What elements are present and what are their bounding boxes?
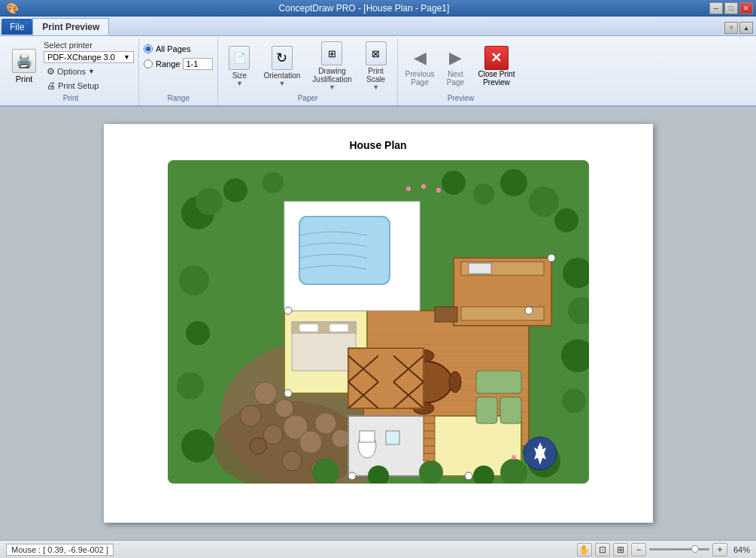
size-label: Size bbox=[232, 71, 247, 80]
close-print-label: Close PrintPreview bbox=[478, 70, 515, 86]
zoom-track bbox=[649, 548, 709, 550]
svg-point-85 bbox=[436, 188, 441, 193]
status-bar: Mouse : [ 0.39, -6.9e-002 ] ✋ ⊡ ⊞ − + 64… bbox=[0, 540, 756, 558]
drawing-just-dropdown-icon: ▼ bbox=[329, 83, 335, 91]
drawing-just-button[interactable]: ⊞ DrawingJustification ▼ bbox=[308, 40, 356, 92]
ribbon-group-preview: ◀ PreviousPage ▶ NextPage ✕ Close PrintP… bbox=[398, 38, 524, 105]
svg-rect-49 bbox=[299, 324, 318, 332]
pan-tool-button[interactable]: ✋ bbox=[577, 543, 592, 556]
range-radio[interactable] bbox=[144, 59, 153, 68]
svg-point-10 bbox=[315, 413, 336, 434]
range-input[interactable] bbox=[183, 58, 213, 70]
svg-point-68 bbox=[554, 208, 578, 232]
select-printer-label: Select printer bbox=[44, 41, 134, 50]
print-icon: 🖨️ bbox=[12, 49, 36, 73]
options-label: Options bbox=[57, 67, 86, 76]
orientation-dropdown-icon: ▼ bbox=[278, 80, 285, 87]
print-setup-label: Print Setup bbox=[58, 81, 99, 90]
print-setup-icon: 🖨 bbox=[47, 80, 56, 91]
orientation-icon: ↻ bbox=[272, 46, 293, 70]
printer-dropdown[interactable]: PDF-XChange 3.0 ▼ bbox=[44, 51, 134, 63]
printer-name: PDF-XChange 3.0 bbox=[47, 53, 115, 62]
print-scale-button[interactable]: ⊠ PrintScale ▼ bbox=[360, 40, 393, 92]
svg-point-7 bbox=[263, 425, 283, 444]
print-btn-label: Print bbox=[16, 74, 33, 83]
svg-point-80 bbox=[177, 372, 204, 399]
help-button[interactable]: ? bbox=[724, 22, 738, 34]
svg-point-65 bbox=[473, 183, 494, 205]
maximize-button[interactable]: □ bbox=[724, 2, 738, 14]
svg-point-94 bbox=[548, 254, 555, 262]
svg-point-82 bbox=[179, 265, 209, 296]
close-print-icon: ✕ bbox=[484, 46, 509, 70]
tab-print-preview[interactable]: Print Preview bbox=[32, 18, 109, 35]
print-group-content: 🖨️ Print Select printer PDF-XChange 3.0 … bbox=[8, 40, 134, 92]
next-page-button[interactable]: ▶ NextPage bbox=[439, 44, 472, 88]
svg-point-67 bbox=[529, 187, 559, 217]
all-pages-radio[interactable] bbox=[144, 44, 153, 53]
status-left: Mouse : [ 0.39, -6.9e-002 ] bbox=[6, 544, 114, 556]
previous-page-button[interactable]: ◀ PreviousPage bbox=[402, 44, 438, 88]
zoom-fit-button[interactable]: ⊡ bbox=[595, 543, 610, 556]
svg-point-8 bbox=[299, 431, 322, 453]
svg-point-88 bbox=[512, 455, 516, 459]
prev-page-label: PreviousPage bbox=[405, 70, 435, 86]
svg-point-83 bbox=[406, 187, 411, 191]
drawing-just-icon: ⊞ bbox=[321, 41, 342, 65]
preview-group-label: Preview bbox=[448, 94, 475, 102]
floor-plan-svg: N bbox=[168, 160, 589, 484]
svg-rect-35 bbox=[386, 431, 399, 444]
drawing-just-label: DrawingJustification bbox=[312, 67, 351, 83]
options-button[interactable]: ⚙ Options ▼ bbox=[44, 65, 134, 78]
svg-rect-38 bbox=[435, 307, 457, 322]
svg-point-62 bbox=[223, 178, 247, 202]
print-small-buttons: ⚙ Options ▼ 🖨 Print Setup bbox=[44, 65, 134, 92]
zoom-in-button[interactable]: + bbox=[712, 543, 727, 556]
prev-page-icon: ◀ bbox=[408, 46, 432, 70]
next-page-icon: ▶ bbox=[444, 46, 468, 70]
minimize-button[interactable]: ─ bbox=[709, 2, 723, 14]
close-print-preview-button[interactable]: ✕ Close PrintPreview bbox=[474, 44, 520, 88]
ribbon-toolbar: 🖨️ Print Select printer PDF-XChange 3.0 … bbox=[0, 36, 756, 107]
close-button[interactable]: ✕ bbox=[739, 2, 753, 14]
svg-rect-41 bbox=[500, 397, 521, 423]
svg-text:N: N bbox=[537, 445, 542, 453]
svg-point-64 bbox=[442, 171, 466, 195]
tab-file[interactable]: File bbox=[2, 19, 32, 35]
all-pages-row: All Pages bbox=[144, 44, 190, 53]
svg-point-63 bbox=[263, 172, 284, 193]
svg-rect-34 bbox=[360, 431, 375, 442]
svg-point-90 bbox=[284, 390, 292, 397]
svg-point-91 bbox=[348, 472, 356, 480]
print-large-button[interactable]: 🖨️ Print bbox=[8, 47, 41, 85]
content-area: House Plan bbox=[0, 107, 756, 540]
all-pages-label: All Pages bbox=[156, 44, 190, 53]
svg-point-11 bbox=[282, 451, 302, 471]
zoom-out-button[interactable]: − bbox=[631, 543, 646, 556]
page-preview: House Plan bbox=[104, 124, 653, 523]
orientation-button[interactable]: ↻ Orientation ▼ bbox=[259, 44, 305, 89]
zoom-page-button[interactable]: ⊞ bbox=[613, 543, 628, 556]
ribbon-group-range: All Pages Range Range bbox=[139, 38, 218, 105]
next-page-label: NextPage bbox=[447, 70, 464, 86]
print-scale-icon: ⊠ bbox=[366, 41, 387, 65]
size-dropdown-icon: ▼ bbox=[236, 80, 243, 87]
print-group-label: Print bbox=[63, 94, 79, 102]
size-button[interactable]: 📄 Size ▼ bbox=[223, 44, 256, 89]
range-group-content: All Pages Range bbox=[144, 40, 213, 92]
page-title: House Plan bbox=[349, 139, 406, 151]
ribbon-minimize-button[interactable]: ▲ bbox=[739, 22, 753, 34]
preview-group-content: ◀ PreviousPage ▶ NextPage ✕ Close PrintP… bbox=[402, 40, 520, 92]
svg-point-72 bbox=[562, 389, 586, 413]
zoom-slider[interactable] bbox=[649, 544, 709, 555]
mouse-coords-box: Mouse : [ 0.39, -6.9e-002 ] bbox=[6, 544, 114, 556]
svg-point-12 bbox=[332, 429, 350, 447]
svg-point-84 bbox=[421, 184, 426, 189]
paper-group-label: Paper bbox=[298, 94, 318, 102]
svg-point-9 bbox=[250, 438, 266, 454]
print-setup-button[interactable]: 🖨 Print Setup bbox=[44, 79, 134, 92]
svg-point-79 bbox=[181, 429, 214, 462]
printer-selector-group: Select printer PDF-XChange 3.0 ▼ ⚙ Optio… bbox=[44, 41, 134, 92]
ribbon-group-print: 🖨️ Print Select printer PDF-XChange 3.0 … bbox=[3, 38, 139, 105]
range-row: Range bbox=[144, 58, 213, 70]
